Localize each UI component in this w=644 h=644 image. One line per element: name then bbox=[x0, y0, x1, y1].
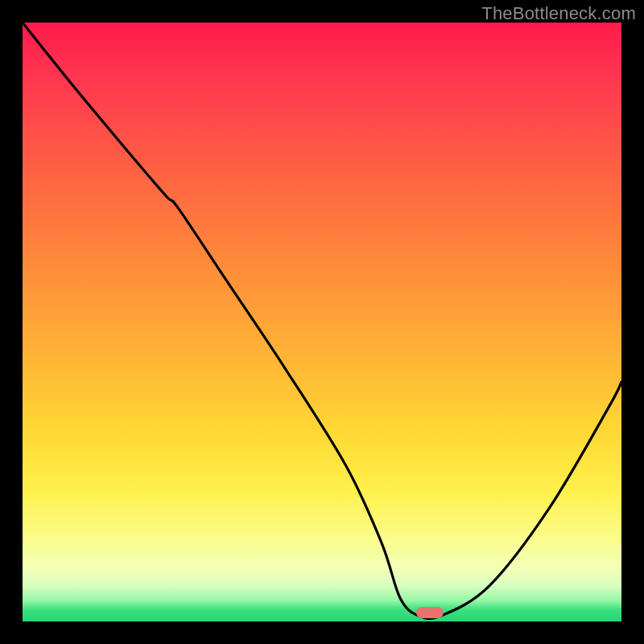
plot-area bbox=[23, 23, 621, 621]
chart-frame: TheBottleneck.com bbox=[0, 0, 644, 644]
watermark-text: TheBottleneck.com bbox=[481, 3, 636, 24]
optimal-point-marker bbox=[416, 607, 444, 618]
bottleneck-curve bbox=[23, 23, 621, 621]
